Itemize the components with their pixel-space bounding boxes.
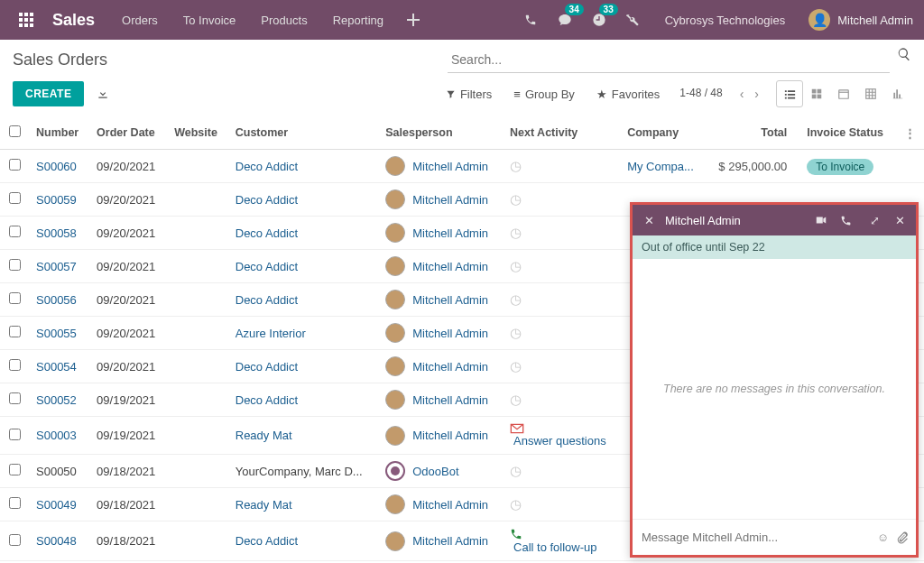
col-activity[interactable]: Next Activity xyxy=(503,116,620,150)
create-button[interactable]: CREATE xyxy=(13,81,84,106)
chat-icon[interactable]: 34 xyxy=(550,0,580,40)
salesperson-link[interactable]: Mitchell Admin xyxy=(412,293,488,307)
col-website[interactable]: Website xyxy=(167,116,228,150)
nav-products[interactable]: Products xyxy=(250,0,318,40)
order-number[interactable]: S00054 xyxy=(36,360,77,374)
row-checkbox[interactable] xyxy=(9,159,21,171)
clock-icon[interactable]: ◷ xyxy=(510,258,522,273)
call-icon[interactable] xyxy=(510,528,522,540)
view-kanban-icon[interactable] xyxy=(803,80,830,107)
row-checkbox[interactable] xyxy=(9,192,21,204)
customer-link[interactable]: Azure Interior xyxy=(236,327,306,340)
customer-link[interactable]: Ready Mat xyxy=(236,498,292,512)
user-menu[interactable]: 👤 Mitchell Admin xyxy=(801,9,913,31)
select-all-checkbox[interactable] xyxy=(9,125,21,137)
salesperson-link[interactable]: Mitchell Admin xyxy=(412,393,488,407)
col-customer[interactable]: Customer xyxy=(228,116,379,150)
customer-link[interactable]: Deco Addict xyxy=(236,160,298,173)
view-pivot-icon[interactable] xyxy=(857,80,884,107)
nav-to-invoice[interactable]: To Invoice xyxy=(172,0,247,40)
col-invoice[interactable]: Invoice Status xyxy=(799,116,896,150)
pager[interactable]: 1-48 / 48 xyxy=(674,88,727,100)
col-options-icon[interactable]: ⋮ xyxy=(896,116,924,150)
col-date[interactable]: Order Date xyxy=(89,116,167,150)
nav-reporting[interactable]: Reporting xyxy=(322,0,394,40)
col-company[interactable]: Company xyxy=(620,116,706,150)
activity-icon[interactable]: 33 xyxy=(584,0,614,40)
clock-icon[interactable]: ◷ xyxy=(510,325,522,340)
company-link[interactable]: My Compa... xyxy=(627,160,694,173)
customer-link[interactable]: Deco Addict xyxy=(236,260,298,273)
row-checkbox[interactable] xyxy=(9,534,21,546)
clock-icon[interactable]: ◷ xyxy=(510,225,522,240)
order-number[interactable]: S00049 xyxy=(36,498,77,512)
groupby-button[interactable]: ≡ Group By xyxy=(506,84,582,105)
view-calendar-icon[interactable] xyxy=(830,80,857,107)
row-checkbox[interactable] xyxy=(9,392,21,404)
col-number[interactable]: Number xyxy=(29,116,89,150)
clock-icon[interactable]: ◷ xyxy=(510,158,522,173)
row-checkbox[interactable] xyxy=(9,464,21,475)
salesperson-link[interactable]: Mitchell Admin xyxy=(412,160,488,173)
clock-icon[interactable]: ◷ xyxy=(510,358,522,374)
order-number[interactable]: S00058 xyxy=(36,226,77,240)
video-icon[interactable] xyxy=(815,214,833,226)
clock-icon[interactable]: ◷ xyxy=(510,496,522,512)
order-number[interactable]: S00059 xyxy=(36,193,77,207)
favorites-button[interactable]: ★ Favorites xyxy=(589,84,667,105)
clock-icon[interactable]: ◷ xyxy=(510,191,522,207)
clock-icon[interactable]: ◷ xyxy=(510,463,522,478)
mail-icon[interactable] xyxy=(510,423,524,434)
company-name[interactable]: Cybrosys Technologies xyxy=(652,14,798,27)
row-checkbox[interactable] xyxy=(9,259,21,271)
salesperson-link[interactable]: Mitchell Admin xyxy=(412,498,488,512)
salesperson-link[interactable]: Mitchell Admin xyxy=(412,360,488,374)
customer-link[interactable]: Deco Addict xyxy=(236,226,298,240)
order-number[interactable]: S00050 xyxy=(36,465,77,478)
customer-link[interactable]: Deco Addict xyxy=(236,360,298,374)
search-input[interactable] xyxy=(448,47,890,73)
nav-add-icon[interactable] xyxy=(398,0,429,40)
row-checkbox[interactable] xyxy=(9,359,21,371)
order-number[interactable]: S00048 xyxy=(36,534,77,548)
customer-link[interactable]: Deco Addict xyxy=(236,534,298,548)
phone-icon[interactable] xyxy=(515,0,546,40)
salesperson-link[interactable]: Mitchell Admin xyxy=(412,226,488,240)
row-checkbox[interactable] xyxy=(9,292,21,304)
customer-link[interactable]: Ready Mat xyxy=(236,429,292,442)
call-icon[interactable] xyxy=(840,215,858,226)
table-row[interactable]: S0006009/20/2021Deco AddictMitchell Admi… xyxy=(0,150,924,183)
salesperson-link[interactable]: OdooBot xyxy=(412,465,458,478)
order-number[interactable]: S00055 xyxy=(36,327,77,340)
app-brand[interactable]: Sales xyxy=(52,11,95,30)
close-small-icon[interactable]: ✕ xyxy=(640,214,658,227)
salesperson-link[interactable]: Mitchell Admin xyxy=(412,327,488,340)
row-checkbox[interactable] xyxy=(9,326,21,337)
customer-link[interactable]: Deco Addict xyxy=(236,293,298,307)
view-graph-icon[interactable] xyxy=(884,80,911,107)
view-list-icon[interactable] xyxy=(776,80,803,107)
attach-icon[interactable] xyxy=(896,531,909,544)
nav-orders[interactable]: Orders xyxy=(111,0,169,40)
clock-icon[interactable]: ◷ xyxy=(510,291,522,307)
search-icon[interactable] xyxy=(897,47,911,73)
order-number[interactable]: S00003 xyxy=(36,429,77,442)
apps-icon[interactable] xyxy=(11,0,42,40)
salesperson-link[interactable]: Mitchell Admin xyxy=(412,429,488,442)
row-checkbox[interactable] xyxy=(9,226,21,237)
close-icon[interactable]: ✕ xyxy=(891,214,909,227)
download-icon[interactable] xyxy=(97,88,109,100)
clock-icon[interactable]: ◷ xyxy=(510,392,522,407)
customer-link[interactable]: Deco Addict xyxy=(236,193,298,207)
order-number[interactable]: S00060 xyxy=(36,160,77,173)
order-number[interactable]: S00057 xyxy=(36,260,77,273)
chat-input[interactable] xyxy=(640,525,870,549)
filters-button[interactable]: Filters xyxy=(439,84,499,105)
salesperson-link[interactable]: Mitchell Admin xyxy=(412,534,488,548)
tools-icon[interactable] xyxy=(618,0,649,40)
activity-link[interactable]: Call to follow-up xyxy=(513,540,597,554)
expand-icon[interactable]: ⤢ xyxy=(865,214,883,227)
salesperson-link[interactable]: Mitchell Admin xyxy=(412,193,488,207)
customer-link[interactable]: YourCompany, Marc D... xyxy=(236,465,363,478)
activity-link[interactable]: Answer questions xyxy=(513,434,606,448)
